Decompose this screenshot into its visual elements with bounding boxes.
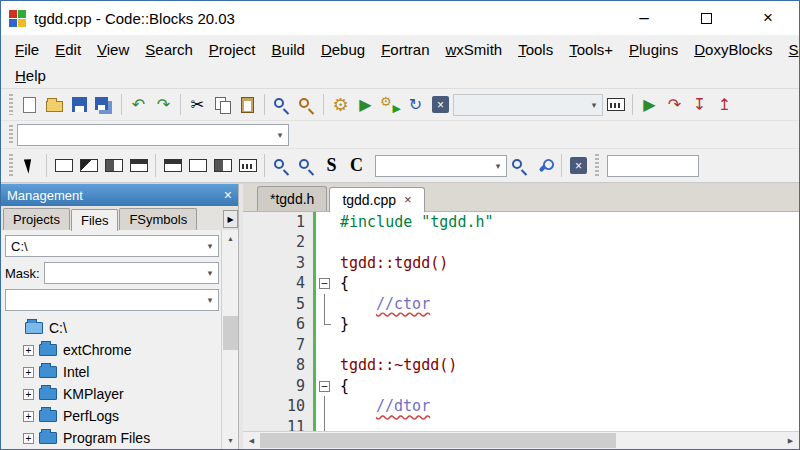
copy-button[interactable]	[210, 92, 235, 117]
folder-icon	[39, 388, 57, 400]
expand-icon[interactable]: +	[23, 345, 34, 356]
menu-tools-plus[interactable]: Tools+	[561, 38, 621, 61]
fold-collapse-icon[interactable]: −	[319, 381, 330, 392]
build-button[interactable]: ⚙	[328, 92, 353, 117]
pointer-tool-button[interactable]	[17, 153, 42, 178]
tree-item[interactable]: + Program Files	[1, 427, 238, 449]
step-into-button[interactable]: ↧	[687, 92, 712, 117]
scroll-left-button[interactable]: ◀	[243, 432, 260, 449]
tree-item[interactable]: + Intel	[1, 361, 238, 383]
scrollbar-thumb[interactable]	[223, 316, 238, 350]
step-over-button[interactable]: ↷	[662, 92, 687, 117]
tree-item[interactable]: + PerfLogs	[1, 405, 238, 427]
open-button[interactable]	[42, 92, 67, 117]
incremental-search-input[interactable]	[607, 155, 699, 177]
tree-item[interactable]: + extChrome	[1, 339, 238, 361]
expand-icon[interactable]: +	[23, 433, 34, 444]
build-and-run-button[interactable]: ⚙ ▶	[378, 92, 403, 117]
menu-wxsmith[interactable]: wxSmith	[438, 38, 511, 61]
step-out-button[interactable]: ↥	[712, 92, 737, 117]
menu-build[interactable]: Build	[264, 38, 313, 61]
widget-tool-button[interactable]	[101, 153, 126, 178]
rebuild-button[interactable]: ↻	[403, 92, 428, 117]
run-button[interactable]: ▶	[353, 92, 378, 117]
widget-tool-button[interactable]	[210, 153, 235, 178]
widget-tool-button[interactable]	[76, 153, 101, 178]
tab-projects[interactable]: Projects	[3, 208, 70, 230]
build-target-combo[interactable]: ▾	[453, 94, 603, 116]
widget-tool-button[interactable]	[185, 153, 210, 178]
horizontal-scrollbar[interactable]: ◀ ▶	[243, 431, 799, 449]
widget-tool-button[interactable]	[160, 153, 185, 178]
fold-margin	[316, 355, 334, 376]
tab-files[interactable]: Files	[71, 209, 118, 231]
cut-button[interactable]: ✂	[185, 92, 210, 117]
save-button[interactable]	[67, 92, 92, 117]
toolbar-grip[interactable]	[9, 94, 13, 116]
menu-edit[interactable]: Edit	[47, 38, 89, 61]
scroll-up-button[interactable]: ▲	[222, 230, 238, 247]
path-combo[interactable]: C:\ ▾	[5, 235, 219, 257]
widget-tool-button[interactable]	[51, 153, 76, 178]
menu-view[interactable]: View	[89, 38, 137, 61]
expand-icon[interactable]: +	[23, 411, 34, 422]
save-all-button[interactable]	[92, 92, 117, 117]
menu-tools[interactable]: Tools	[510, 38, 561, 61]
redo-button[interactable]: ↷	[151, 92, 176, 117]
management-close-button[interactable]: ×	[224, 187, 232, 203]
toolbar-grip[interactable]	[9, 154, 13, 177]
expand-icon[interactable]: +	[23, 367, 34, 378]
swap-source-button[interactable]: S	[319, 153, 344, 178]
scrollbar-thumb[interactable]	[260, 433, 616, 448]
scroll-down-button[interactable]: ▼	[222, 432, 238, 449]
widget-tool-button[interactable]	[235, 153, 260, 178]
abort-button[interactable]: ×	[428, 92, 453, 117]
find-button[interactable]	[269, 92, 294, 117]
tab-fsymbols[interactable]: FSymbols	[119, 208, 197, 230]
swap-header-button[interactable]: C	[344, 153, 369, 178]
tab-scroll-right-button[interactable]: ▶	[223, 210, 238, 228]
clear-search-button[interactable]: ×	[566, 153, 591, 178]
tab-close-icon[interactable]: ×	[404, 192, 412, 207]
zoom-in-button[interactable]	[269, 153, 294, 178]
menu-plugins[interactable]: Plugins	[621, 38, 686, 61]
menu-debug[interactable]: Debug	[313, 38, 373, 61]
search-button[interactable]	[507, 153, 532, 178]
search-options-button[interactable]	[532, 153, 557, 178]
zoom-out-icon	[299, 159, 309, 169]
toolbar-grip[interactable]	[9, 125, 13, 144]
zoom-out-button[interactable]	[294, 153, 319, 178]
replace-button[interactable]	[294, 92, 319, 117]
menu-doxyblocks[interactable]: DoxyBlocks	[686, 38, 780, 61]
minimize-button[interactable]: –	[613, 1, 675, 35]
expand-icon[interactable]: +	[23, 389, 34, 400]
scroll-right-button[interactable]: ▶	[782, 432, 799, 449]
fold-margin	[316, 294, 334, 315]
tree-item-drive[interactable]: C:\	[1, 317, 238, 339]
filter-combo[interactable]: ▾	[5, 289, 219, 311]
editor-tab-tgdd-cpp[interactable]: tgdd.cpp ×	[329, 187, 424, 212]
new-file-button[interactable]	[17, 92, 42, 117]
management-scrollbar[interactable]: ▲ ▼	[221, 230, 238, 449]
debug-continue-button[interactable]: ▶	[637, 92, 662, 117]
maximize-button[interactable]	[675, 1, 737, 35]
fold-collapse-icon[interactable]: −	[319, 278, 330, 289]
menu-help[interactable]: Help	[7, 64, 54, 87]
menu-search[interactable]: Search	[137, 38, 201, 61]
tree-item[interactable]: + KMPlayer	[1, 383, 238, 405]
menu-fortran[interactable]: Fortran	[373, 38, 437, 61]
paste-button[interactable]	[235, 92, 260, 117]
build-target-options-button[interactable]	[603, 92, 628, 117]
menu-settings[interactable]: Settings	[781, 38, 800, 61]
widget-tool-button[interactable]	[126, 153, 151, 178]
search-combo[interactable]: ▾	[375, 155, 507, 177]
close-button[interactable]: ×	[737, 1, 799, 35]
code-area[interactable]: 1#include "tgdd.h" 2 3tgdd::tgdd() 4−{ 5…	[243, 212, 799, 431]
toolbar-grip[interactable]	[595, 154, 599, 177]
menu-file[interactable]: File	[7, 38, 47, 61]
scope-combo[interactable]: ▾	[17, 124, 289, 146]
undo-button[interactable]: ↶	[126, 92, 151, 117]
editor-tab-tgdd-h[interactable]: *tgdd.h	[257, 186, 327, 211]
mask-combo[interactable]: ▾	[44, 262, 219, 284]
menu-project[interactable]: Project	[201, 38, 264, 61]
